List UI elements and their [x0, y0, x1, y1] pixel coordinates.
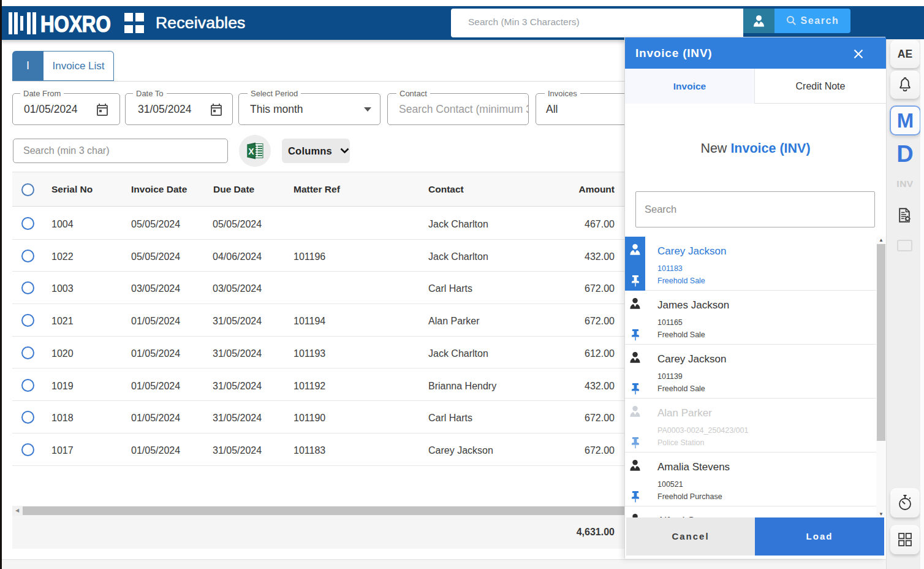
- svg-text:X: X: [248, 147, 254, 156]
